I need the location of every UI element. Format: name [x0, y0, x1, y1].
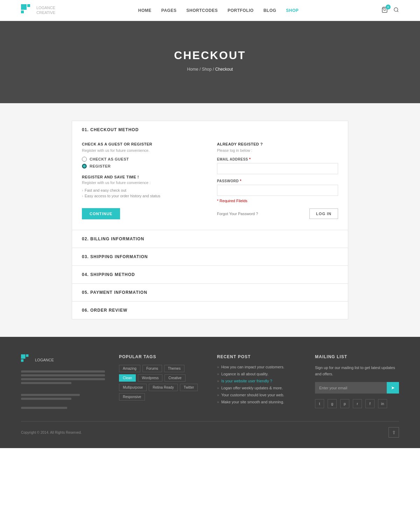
social-twitter[interactable]: t — [315, 399, 324, 408]
hero-section: CHECKOUT Home / Shop / Checkout — [0, 21, 420, 103]
tag-retina-ready[interactable]: Retina Ready — [149, 384, 178, 391]
form-actions: Forgot Your Password ? LOG IN — [217, 208, 338, 219]
tag-clean[interactable]: Clean — [119, 374, 136, 382]
payment-section: 05. PAYMENT INFORMATION — [72, 284, 348, 302]
footer-logo-icon — [21, 354, 32, 366]
mailing-desc: Sign up for our mailing list to get late… — [315, 365, 399, 377]
post-5[interactable]: Make your site smooth and stunning. — [217, 400, 301, 404]
radio-guest[interactable]: CHECKT AS GUEST — [82, 157, 203, 162]
email-label: EMAIL ADDRESS * — [217, 157, 338, 161]
social-facebook[interactable]: f — [365, 399, 374, 408]
mailing-input[interactable] — [315, 382, 387, 394]
nav-pages[interactable]: PAGES — [161, 8, 177, 13]
checkout-method-section: 01. CHECKOUT METHOD CHECK AS A GUEST OR … — [72, 121, 348, 230]
mailing-submit-button[interactable]: ➤ — [387, 382, 399, 394]
post-1[interactable]: Logance is all about quality. — [217, 372, 301, 376]
checkout-container: 01. CHECKOUT METHOD CHECK AS A GUEST OR … — [72, 121, 348, 319]
main-content: 01. CHECKOUT METHOD CHECK AS A GUEST OR … — [0, 103, 420, 337]
social-google-plus[interactable]: g — [328, 399, 337, 408]
email-input[interactable] — [217, 163, 338, 174]
nav-portfolio[interactable]: PORTFOLIO — [227, 8, 254, 13]
already-desc: Please log in below : — [217, 148, 338, 153]
breadcrumb-shop[interactable]: Shop — [202, 67, 212, 72]
footer-grid: LOGANCE POPULAR TAGS Amazing Forums Them… — [21, 354, 399, 411]
social-rss[interactable]: r — [353, 399, 362, 408]
logo[interactable]: LOGANCE CREATIVE — [21, 4, 55, 17]
svg-rect-0 — [21, 4, 27, 10]
login-panel: ALREADY REGISTED ? Please log in below :… — [217, 142, 338, 219]
password-input[interactable] — [217, 185, 338, 196]
svg-point-4 — [394, 8, 398, 12]
mailing-title: MAILING LIST — [315, 354, 399, 359]
scroll-top-button[interactable]: ⇧ — [388, 427, 399, 438]
footer-mailing-col: MAILING LIST Sign up for our mailing lis… — [315, 354, 399, 411]
benefit-2: Easy access to your order history and st… — [82, 194, 203, 198]
nav-shortcodes[interactable]: SHORTCODES — [186, 8, 218, 13]
social-pinterest[interactable]: p — [340, 399, 349, 408]
section6-header: 06. ORDER REVIEW — [72, 302, 348, 319]
tags-grid: Amazing Forums Themes Clean Wordpress Cr… — [119, 365, 203, 401]
main-nav: HOME PAGES SHORTCODES PORTFOLIO BLOG SHO… — [138, 8, 299, 13]
svg-rect-7 — [26, 354, 28, 357]
section4-header: 04. SHIPPING METHOD — [72, 266, 348, 283]
svg-line-5 — [397, 11, 398, 12]
continue-button[interactable]: CONTINUE — [82, 208, 120, 219]
section3-header: 03. SHIPPING INFORMATION — [72, 248, 348, 266]
post-4[interactable]: Your customer should love your web. — [217, 393, 301, 397]
tag-twitter[interactable]: Twitter — [180, 384, 198, 391]
guest-register-title: CHECK AS A GUEST OR REGISTER — [82, 142, 203, 146]
site-header: LOGANCE CREATIVE HOME PAGES SHORTCODES P… — [0, 0, 420, 21]
logo-icon — [21, 4, 34, 17]
benefits-desc: Register with us for future convenience … — [82, 180, 203, 185]
tag-wordpress[interactable]: Wordpress — [138, 374, 162, 382]
footer-bottom: Copyright © 2014. All Rights Reserved. ⇧ — [21, 421, 399, 438]
cart-badge: 0 — [386, 5, 391, 9]
already-title: ALREADY REGISTED ? — [217, 142, 338, 146]
method-body: CHECK AS A GUEST OR REGISTER Register wi… — [72, 139, 348, 230]
section5-header: 05. PAYMENT INFORMATION — [72, 284, 348, 301]
tag-creative[interactable]: Creative — [164, 374, 185, 382]
breadcrumb-current: Checkout — [215, 67, 233, 72]
benefits-title: REGISTER AND SAVE TIME ! — [82, 175, 203, 179]
site-footer: LOGANCE POPULAR TAGS Amazing Forums Them… — [0, 337, 420, 448]
social-icons: t g p r f in — [315, 399, 399, 408]
mailing-form: ➤ — [315, 382, 399, 394]
logo-text: LOGANCE CREATIVE — [36, 6, 55, 15]
social-instagram[interactable]: in — [378, 399, 387, 408]
footer-posts-col: RECENT POST How you can impact your cust… — [217, 354, 301, 411]
post-0[interactable]: How you can impact your customers. — [217, 365, 301, 369]
benefit-1: Fast and easy check out — [82, 188, 203, 192]
tag-themes[interactable]: Themes — [164, 365, 184, 372]
tag-responsive[interactable]: Responsive — [119, 393, 145, 401]
svg-rect-1 — [27, 4, 30, 7]
post-2[interactable]: Is your website user friendly ? — [217, 379, 301, 383]
radio-group: CHECKT AS GUEST REGISTER — [82, 157, 203, 169]
radio-register[interactable]: REGISTER — [82, 164, 203, 169]
footer-tags-col: POPULAR TAGS Amazing Forums Themes Clean… — [119, 354, 203, 411]
forgot-password-link[interactable]: Forgot Your Password ? — [217, 212, 258, 216]
post-3[interactable]: Logan offer weekly updates & more. — [217, 386, 301, 390]
nav-home[interactable]: HOME — [138, 8, 152, 13]
radio-guest-input[interactable] — [82, 157, 87, 162]
guest-register-panel: CHECK AS A GUEST OR REGISTER Register wi… — [82, 142, 203, 219]
tag-forums[interactable]: Forums — [142, 365, 162, 372]
shipping-info-section: 03. SHIPPING INFORMATION — [72, 248, 348, 266]
footer-logo[interactable]: LOGANCE — [21, 354, 105, 366]
radio-register-input[interactable] — [82, 164, 87, 169]
login-button[interactable]: LOG IN — [309, 208, 338, 219]
order-review-section: 06. ORDER REVIEW — [72, 302, 348, 319]
breadcrumb-home[interactable]: Home — [187, 67, 198, 72]
tag-multipurpose[interactable]: Multipurpose — [119, 384, 147, 391]
cart-button[interactable]: 0 — [382, 7, 388, 14]
shipping-method-section: 04. SHIPPING METHOD — [72, 266, 348, 284]
copyright: Copyright © 2014. All Rights Reserved. — [21, 431, 82, 434]
nav-shop[interactable]: SHOP — [286, 8, 299, 13]
tag-amazing[interactable]: Amazing — [119, 365, 140, 372]
recent-post-title: RECENT POST — [217, 354, 301, 359]
search-button[interactable] — [393, 7, 399, 14]
breadcrumb: Home / Shop / Checkout — [7, 67, 413, 72]
svg-rect-2 — [21, 10, 24, 13]
nav-blog[interactable]: BLOG — [264, 8, 276, 13]
guest-register-desc: Register with us for future convenience. — [82, 148, 203, 153]
section2-header: 02. BILLING INFORMATION — [72, 230, 348, 248]
